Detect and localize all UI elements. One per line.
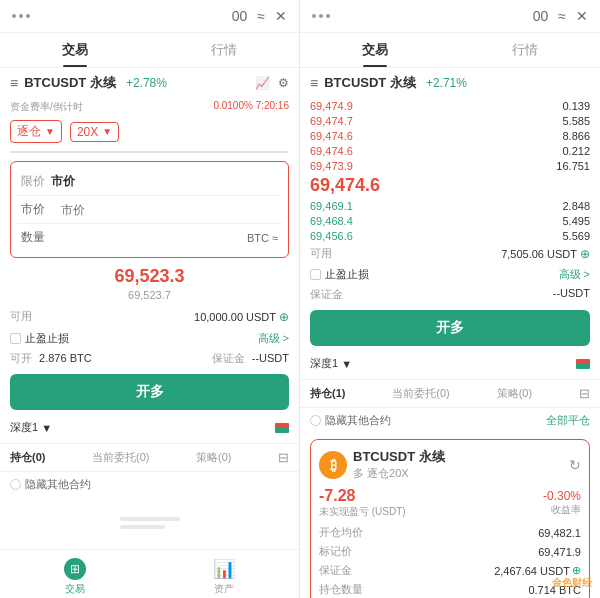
empty-position-left [0, 497, 299, 549]
market-price-big: 69,474.6 [310, 175, 380, 196]
btc-icon: ₿ [319, 451, 347, 479]
depth-row-left: 深度1 ▼ [0, 416, 299, 439]
price-label: 市价 [21, 201, 61, 218]
position-tabs-right: 持仓(1) 当前委托(0) 策略(0) ⊟ [300, 379, 600, 408]
sell-tab[interactable]: 做空 [150, 152, 289, 153]
chart-mini-icon-left[interactable]: 📈 [255, 76, 270, 90]
left-tabs: 交易 行情 [0, 33, 299, 68]
bid-price-1: 69,469.1 [310, 200, 353, 212]
instrument-change-left: +2.78% [126, 76, 167, 90]
pnl-value: -7.28 [319, 487, 406, 505]
bid-qty-1: 2.848 [562, 200, 590, 212]
depth-flag-right [576, 359, 590, 369]
bid-qty-2: 5.495 [562, 215, 590, 227]
hide-radio-right[interactable] [310, 415, 321, 426]
empty-lines-left [120, 517, 180, 529]
ask-row-3: 69,474.6 8.866 [300, 128, 600, 143]
open-btn-left[interactable]: 开多 [10, 374, 289, 410]
refresh-icon[interactable]: ↻ [569, 457, 581, 473]
tab-market-right[interactable]: 行情 [450, 33, 600, 67]
watermark: 金色财经 [552, 576, 592, 590]
advanced-btn-left[interactable]: 高级 > [258, 331, 289, 346]
leverage-select[interactable]: 20X ▼ [70, 122, 119, 142]
menu-icon-left: ≡ [10, 75, 18, 91]
available-row-right: 可用 7,505.06 USDT ⊕ [300, 243, 600, 264]
ask-price-2: 69,474.7 [310, 115, 353, 127]
hide-row-right: 隐藏其他合约 全部平仓 [300, 408, 600, 433]
right-instrument-header: ≡ BTCUSDT 永续 +2.71% [300, 68, 600, 98]
empty-line-2 [120, 525, 165, 529]
market-tab[interactable]: 市价 [51, 173, 75, 190]
price-input[interactable] [61, 203, 278, 217]
depth-label-left: 深度1 [10, 420, 38, 435]
pos-icon-left[interactable]: ⊟ [278, 450, 289, 465]
margin-value-right: --USDT [553, 287, 590, 302]
qty-input[interactable] [61, 231, 247, 245]
bid-price-3: 69,456.6 [310, 230, 353, 242]
stoploss-check-right: 止盈止损 [310, 267, 369, 282]
stoploss-checkbox-right[interactable] [310, 269, 321, 280]
pos-margin-label: 保证金 [319, 563, 352, 578]
advanced-btn-right[interactable]: 高级 > [559, 267, 590, 282]
pos-tab-1-left[interactable]: 当前委托(0) [92, 444, 149, 471]
order-type-tabs: 限价 市价 [21, 173, 75, 190]
settings-icon-left[interactable]: ⚙ [278, 76, 289, 90]
position-arrow: ▼ [45, 126, 55, 137]
tab-market-left[interactable]: 行情 [150, 33, 300, 67]
order-type-row: 逐仓 ▼ 20X ▼ [0, 116, 299, 147]
more-icon-right[interactable]: ✕ [576, 8, 588, 24]
empty-line-1 [120, 517, 180, 521]
open-btn-right[interactable]: 开多 [310, 310, 590, 346]
ask-qty-1: 0.139 [562, 100, 590, 112]
left-panel: 00 ≈ ✕ 交易 行情 ≡ BTCUSDT 永续 +2.78% 📈 ⚙ 资金费… [0, 0, 300, 598]
left-dots [12, 14, 30, 18]
funding-label: 资金费率/倒计时 [10, 100, 83, 114]
buy-tab[interactable]: 做多 [11, 152, 150, 153]
more-icon[interactable]: ✕ [275, 8, 287, 24]
chart-icon-right[interactable]: 00 [533, 8, 549, 24]
nav-assets-label-left: 资产 [214, 582, 234, 596]
transfer-icon-right[interactable]: ⊕ [580, 247, 590, 261]
stoploss-checkbox-left[interactable] [10, 333, 21, 344]
depth-select-right[interactable]: 深度1 ▼ [310, 356, 352, 371]
stoploss-check-left: 止盈止损 [10, 331, 69, 346]
margin-row-left: 可开 2.876 BTC 保证金 --USDT [0, 349, 299, 368]
ask-row-4: 69,474.6 0.212 [300, 143, 600, 158]
big-price-sub-left: 69,523.7 [0, 289, 299, 305]
pos-tab-2-right[interactable]: 策略(0) [497, 380, 532, 407]
pos-tab-1-right[interactable]: 当前委托(0) [392, 380, 449, 407]
nav-assets-left[interactable]: 📊 资产 [150, 558, 300, 596]
pnl-left: -7.28 未实现盈亏 (USDT) [319, 487, 406, 519]
depth-select-left[interactable]: 深度1 ▼ [10, 420, 52, 435]
leverage-arrow: ▼ [102, 126, 112, 137]
ask-price-3: 69,474.6 [310, 130, 353, 142]
qty-row: 数量 BTC ≈ [17, 224, 282, 251]
open-price-value: 69,482.1 [538, 525, 581, 540]
pos-icon-right[interactable]: ⊟ [579, 386, 590, 401]
header-right-left: 📈 ⚙ [255, 76, 289, 90]
nav-trade-left[interactable]: ⊞ 交易 [0, 558, 150, 596]
flat-all-btn[interactable]: 全部平仓 [546, 413, 590, 428]
limit-tab[interactable]: 限价 [21, 173, 45, 190]
hide-radio-left[interactable] [10, 479, 21, 490]
bid-row-3: 69,456.6 5.569 [300, 228, 600, 243]
pos-tab-0-right[interactable]: 持仓(1) [310, 380, 345, 407]
pnl-pct: -0.30% [543, 489, 581, 503]
qty-label: 数量 [21, 229, 61, 246]
pnl-right: -0.30% 收益率 [543, 489, 581, 517]
pos-tab-2-left[interactable]: 策略(0) [196, 444, 231, 471]
stoploss-row-right: 止盈止损 高级 > [300, 264, 600, 285]
ask-row-2: 69,474.7 5.585 [300, 113, 600, 128]
approx-icon[interactable]: ≈ [257, 8, 265, 24]
transfer-icon-left[interactable]: ⊕ [279, 310, 289, 324]
approx-icon-right[interactable]: ≈ [558, 8, 566, 24]
chart-icon[interactable]: 00 [232, 8, 248, 24]
position-type-select[interactable]: 逐仓 ▼ [10, 120, 62, 143]
pos-tab-0-left[interactable]: 持仓(0) [10, 444, 45, 471]
orderbook-bids: 69,469.1 2.848 69,468.4 5.495 69,456.6 5… [300, 198, 600, 243]
hide-check-right: 隐藏其他合约 [310, 413, 391, 428]
market-price-row: 69,474.6 [300, 173, 600, 198]
tab-trade-right[interactable]: 交易 [300, 33, 450, 67]
tab-trade-left[interactable]: 交易 [0, 33, 150, 67]
order-type-row-form: 限价 市价 [17, 168, 282, 196]
